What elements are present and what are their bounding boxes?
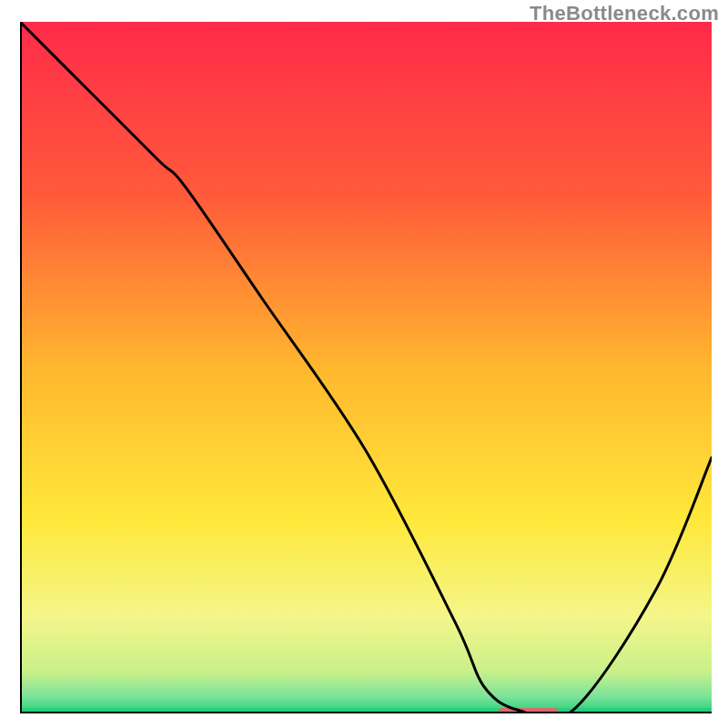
watermark-text: TheBottleneck.com — [530, 2, 719, 25]
chart-svg — [20, 22, 712, 713]
plot-area — [20, 22, 712, 713]
chart-container: TheBottleneck.com — [0, 0, 728, 728]
